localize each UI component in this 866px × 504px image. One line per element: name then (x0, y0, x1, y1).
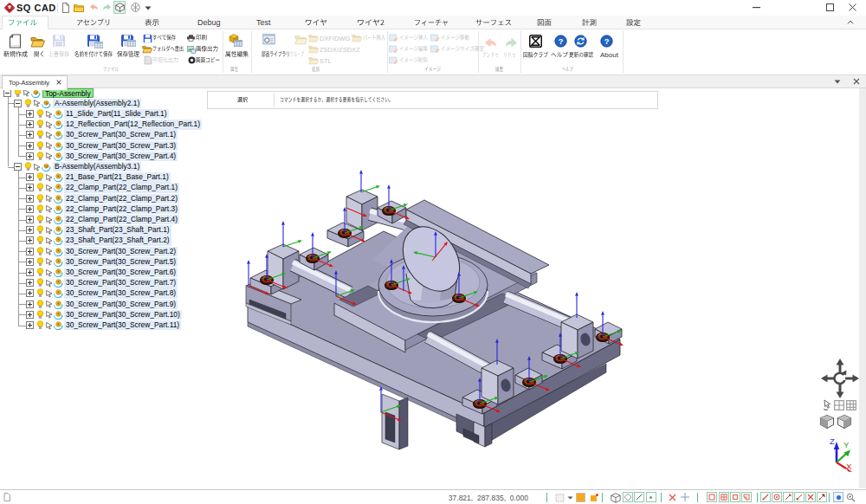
svg-text:?: ? (559, 37, 564, 46)
svg-text:?: ? (604, 37, 610, 46)
svg-text:Z: Z (830, 436, 835, 446)
svg-text:X: X (846, 462, 852, 471)
svg-text:Y: Y (843, 440, 850, 449)
